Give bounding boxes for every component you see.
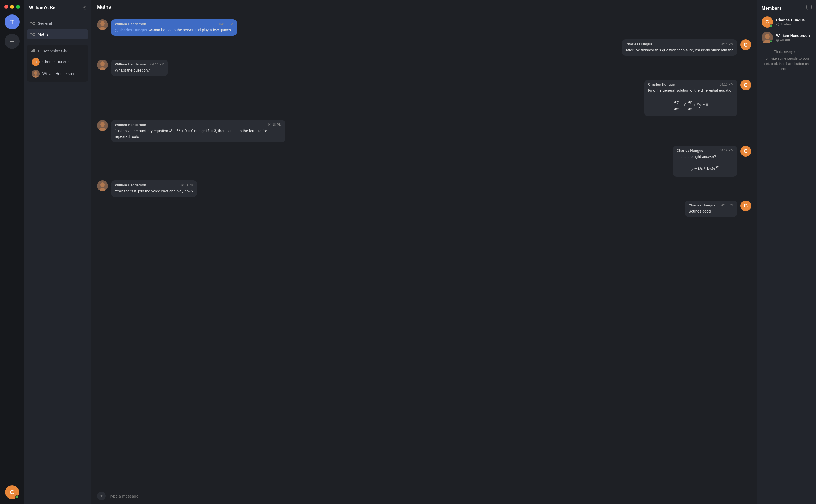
message-row: C Charles Hungus 04:16 PM Find the gener…	[97, 80, 751, 116]
message-text: After I've finished this question then s…	[626, 47, 733, 53]
sidebar-item-maths[interactable]: ⌥ Maths	[27, 29, 88, 39]
chat-bubble-icon[interactable]	[806, 5, 812, 12]
online-indicator	[15, 495, 19, 499]
workspace-avatar[interactable]: T	[5, 14, 20, 29]
message-author: Charles Hungus	[626, 42, 652, 46]
william-msg-avatar	[97, 19, 108, 30]
message-bubble: Charles Hungus 04:16 PM Find the general…	[644, 80, 737, 116]
william-msg-avatar	[97, 60, 108, 70]
message-time: 04:14 PM	[150, 62, 164, 66]
channel-icon: ⌥	[30, 32, 35, 37]
message-meta: William Henderson 04:19 PM	[115, 183, 193, 187]
charles-avatar: C	[32, 58, 40, 66]
attach-button[interactable]: +	[97, 492, 106, 500]
message-time: 04:18 PM	[268, 123, 282, 127]
charles-online-dot	[770, 24, 773, 27]
svg-point-5	[34, 71, 37, 75]
message-text: Find the general solution of the differe…	[648, 88, 733, 93]
william-display-name: William Henderson	[776, 34, 810, 38]
charles-msg-avatar: C	[740, 146, 751, 157]
svg-rect-19	[807, 5, 811, 9]
message-row: William Henderson 04:18 PM Just solve th…	[97, 120, 751, 142]
voice-section: Leave Voice Chat C Charles Hungus Willia…	[27, 45, 88, 82]
charles-msg-avatar: C	[740, 80, 751, 90]
message-bubble: William Henderson 04:14 PM What's the qu…	[111, 60, 168, 76]
message-meta: William Henderson 04:13 PM	[115, 22, 233, 26]
svg-point-11	[100, 61, 105, 66]
charles-handle: @charles	[776, 22, 805, 26]
message-meta: Charles Hungus 04:19 PM	[689, 203, 733, 207]
chat-header: Maths	[91, 0, 757, 14]
charles-name: Charles Hungus	[42, 60, 69, 64]
member-item-charles[interactable]: C Charles Hungus @charles	[762, 16, 812, 28]
math-answer: y = (A + Bx)e3x	[677, 162, 733, 174]
svg-point-17	[100, 182, 105, 187]
message-time: 04:19 PM	[720, 149, 733, 152]
svg-point-8	[100, 21, 105, 26]
william-info: William Henderson @william	[776, 34, 810, 42]
minimize-button[interactable]	[10, 5, 14, 9]
message-meta: Charles Hungus 04:14 PM	[626, 42, 733, 46]
current-user-avatar[interactable]: C	[5, 485, 19, 499]
svg-rect-1	[32, 50, 33, 52]
sidebar-item-general[interactable]: ⌥ General	[27, 18, 88, 28]
message-text: What's the question?	[115, 68, 164, 73]
svg-rect-2	[33, 49, 34, 52]
message-time: 04:16 PM	[720, 83, 733, 86]
message-row: C Charles Hungus 04:19 PM Sounds good	[97, 201, 751, 217]
charles-msg-avatar: C	[740, 39, 751, 50]
message-time: 04:19 PM	[720, 203, 733, 207]
maximize-button[interactable]	[16, 5, 20, 9]
svg-point-14	[100, 122, 105, 127]
members-header: Members	[762, 5, 812, 12]
message-author: William Henderson	[115, 183, 146, 187]
add-attachment-icon: +	[100, 493, 103, 499]
svg-rect-3	[34, 49, 35, 52]
message-bubble: Charles Hungus 04:19 PM Sounds good	[685, 201, 737, 217]
sidebar-item-label: General	[38, 21, 52, 25]
voice-member-list: C Charles Hungus William Henderson	[28, 55, 87, 80]
share-icon[interactable]: ⎘	[83, 5, 86, 10]
message-meta: Charles Hungus 04:19 PM	[677, 149, 733, 153]
message-author: Charles Hungus	[689, 203, 715, 207]
everyone-text: That's everyone.	[762, 50, 812, 54]
message-row: C Charles Hungus 04:19 PM Is this the ri…	[97, 146, 751, 177]
message-author: Charles Hungus	[648, 82, 675, 86]
chat-input-area: +	[91, 488, 757, 504]
members-footer: That's everyone. To invite some people t…	[762, 50, 812, 72]
voice-member-william: William Henderson	[30, 68, 85, 79]
chat-messages: William Henderson 04:13 PM @Charles Hung…	[91, 14, 757, 488]
message-bubble: William Henderson 04:13 PM @Charles Hung…	[111, 19, 237, 36]
message-row: William Henderson 04:19 PM Yeah that's i…	[97, 180, 751, 197]
message-row: C Charles Hungus 04:14 PM After I've fin…	[97, 39, 751, 56]
sidebar-header: William's Set ⎘	[24, 0, 91, 14]
message-text: Is this the right answer?	[677, 154, 733, 160]
message-author: William Henderson	[115, 123, 146, 127]
william-avatar	[32, 70, 40, 78]
message-text: Just solve the auxiliary equation λ² − 6…	[115, 128, 282, 139]
message-time: 04:14 PM	[720, 42, 733, 46]
member-item-william[interactable]: William Henderson @william	[762, 32, 812, 43]
message-time: 04:19 PM	[180, 183, 193, 187]
message-meta: William Henderson 04:18 PM	[115, 123, 282, 127]
message-author: William Henderson	[115, 22, 146, 26]
charles-avatar-wrap: C	[762, 16, 773, 28]
add-workspace-button[interactable]: +	[5, 34, 20, 49]
sidebar-item-label: Maths	[38, 32, 49, 36]
mention: @Charles Hungus	[115, 28, 147, 32]
message-bubble: Charles Hungus 04:14 PM After I've finis…	[622, 39, 737, 56]
charles-display-name: Charles Hungus	[776, 18, 805, 22]
voice-icon	[31, 49, 35, 53]
message-meta: William Henderson 04:14 PM	[115, 62, 164, 66]
charles-msg-avatar: C	[740, 201, 751, 211]
leave-voice-chat-button[interactable]: Leave Voice Chat	[28, 46, 87, 55]
message-text-content: Wanna hop onto the server and play a few…	[148, 28, 233, 32]
channel-icon: ⌥	[30, 21, 35, 26]
message-input[interactable]	[109, 494, 751, 498]
close-button[interactable]	[4, 5, 8, 9]
charles-info: Charles Hungus @charles	[776, 18, 805, 26]
message-bubble: William Henderson 04:19 PM Yeah that's i…	[111, 180, 197, 197]
members-panel: Members C Charles Hungus @charles Willia…	[757, 0, 816, 504]
invite-text: To invite some people to your set, click…	[762, 56, 812, 72]
channel-list: ⌥ General ⌥ Maths	[24, 14, 91, 43]
